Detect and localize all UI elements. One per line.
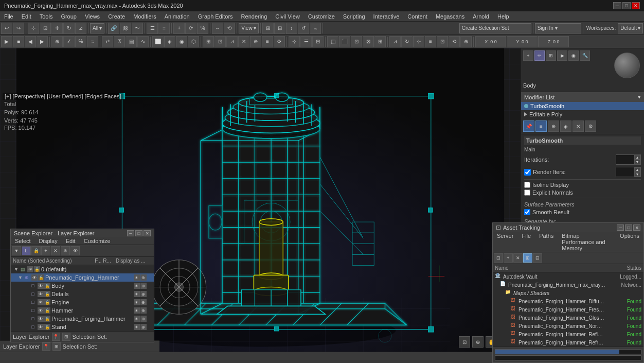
tb-btn-e[interactable]: ⟲: [224, 23, 235, 34]
create-selection-set[interactable]: Create Selection Set: [459, 23, 531, 33]
menu-item-civil-view[interactable]: Civil View: [271, 11, 303, 21]
tb-btn-a[interactable]: +: [173, 23, 185, 34]
at-btn1[interactable]: ⊡: [494, 253, 503, 263]
eye-icon-0[interactable]: 👁: [27, 266, 33, 272]
layer-manager-button[interactable]: ☰: [147, 23, 158, 34]
se-filter-btn[interactable]: ▼: [12, 246, 21, 255]
tb-btn-c[interactable]: %: [197, 23, 208, 34]
menu-item-animation[interactable]: Animation: [160, 11, 194, 21]
eye-icon-2[interactable]: 👁: [38, 283, 44, 289]
render-iters-up-btn[interactable]: ▲: [634, 167, 640, 172]
at-row-fresnel[interactable]: 🖼 Pneumatic_Forging_Hammer_Fresnel.png F…: [493, 305, 643, 314]
play-button[interactable]: ▶: [1, 36, 12, 47]
minimize-button[interactable]: ─: [613, 2, 621, 9]
at-btn5[interactable]: ⊟: [533, 253, 542, 263]
menu-item-tools[interactable]: Tools: [35, 11, 57, 21]
lock-icon-1[interactable]: 🔒: [38, 274, 44, 281]
menu-item-help[interactable]: Help: [493, 11, 513, 21]
menu-item-rendering[interactable]: Rendering: [237, 11, 272, 21]
at-menu-paths[interactable]: Paths: [535, 232, 558, 252]
redo-button[interactable]: ↪: [13, 23, 24, 34]
lock-icon-7[interactable]: 🔒: [44, 324, 50, 330]
make-unique-btn[interactable]: ◈: [560, 120, 571, 132]
t2-btn-p[interactable]: ⊿: [389, 36, 401, 47]
render-iters-checkbox[interactable]: [524, 169, 531, 176]
t2-btn-b[interactable]: ⊡: [214, 36, 226, 47]
mirror-button[interactable]: ⇄: [102, 36, 113, 47]
show-end-result-btn[interactable]: ⊕: [548, 120, 559, 132]
t2-btn-e[interactable]: ⊕: [250, 36, 261, 47]
ribbon-button[interactable]: ≡: [158, 23, 170, 34]
t2-btn-a[interactable]: ⊞: [203, 36, 214, 47]
at-menu-file[interactable]: File: [517, 232, 535, 252]
lock-icon-0[interactable]: 🔒: [34, 266, 40, 272]
se-hide-btn[interactable]: 👁: [70, 246, 80, 255]
render-iters-down-btn[interactable]: ▼: [634, 172, 640, 177]
se-row-6[interactable]: □ 👁 🔒 Pneumatic_Forging_Hammer ✶ ⊕: [11, 315, 154, 323]
at-menu-server[interactable]: Server: [493, 232, 517, 252]
t2-btn-c[interactable]: ⊿: [226, 36, 238, 47]
t2-btn-o[interactable]: ⊞: [374, 36, 386, 47]
eye-icon-5[interactable]: 👁: [38, 307, 44, 314]
t2-btn-k[interactable]: ⬚: [327, 36, 338, 47]
menu-item-arnold[interactable]: Arnold: [469, 11, 493, 21]
se-row-0[interactable]: ▼ ▤ 👁 🔒 0 (default): [11, 265, 154, 273]
ss-btn2[interactable]: ⊞: [52, 342, 61, 351]
t2-btn-f[interactable]: ≡: [262, 36, 273, 47]
se-row-3[interactable]: □ 👁 🔒 Details ✶ ⊕: [11, 290, 154, 298]
se-minimize-btn[interactable]: ─: [127, 230, 134, 236]
menu-item-file[interactable]: File: [0, 11, 17, 21]
t2-btn-n[interactable]: ⊠: [363, 36, 374, 47]
iterations-up-btn[interactable]: ▲: [634, 155, 640, 160]
motion-btn[interactable]: ▶: [557, 50, 567, 61]
zoom-btn[interactable]: ⊕: [472, 336, 484, 348]
eye-icon-4[interactable]: 👁: [38, 299, 44, 305]
layer-explorer-btn[interactable]: ▤: [126, 36, 137, 47]
iterations-down-btn[interactable]: ▼: [634, 160, 640, 164]
t2-btn-j[interactable]: ⊟: [312, 36, 324, 47]
menu-item-customize[interactable]: Customize: [304, 11, 339, 21]
menu-item-views[interactable]: Views: [81, 11, 104, 21]
se-row-2[interactable]: □ 👁 🔒 Body ✶ ⊕: [11, 282, 154, 290]
menu-item-group[interactable]: Group: [57, 11, 81, 21]
se-menu-edit[interactable]: Edit: [62, 237, 80, 245]
render-iters-spinner[interactable]: 2 ▲ ▼: [616, 167, 641, 177]
configure-modifier-btn[interactable]: ⚙: [585, 120, 596, 132]
se-local-btn[interactable]: L: [22, 246, 31, 255]
se-row-4[interactable]: □ 👁 🔒 Engine ✶ ⊕: [11, 298, 154, 306]
utilities-btn[interactable]: 🔧: [580, 50, 590, 61]
at-row-max[interactable]: 📄 Pneumatic_Forging_Hammer_max_vray.max …: [493, 281, 643, 289]
at-row-diffuse[interactable]: 🖼 Pneumatic_Forging_Hammer_Diffuse.png F…: [493, 297, 643, 305]
se-menu-select[interactable]: Select: [11, 237, 35, 245]
se-menu-customize[interactable]: Customize: [80, 237, 115, 245]
t2-btn-m[interactable]: ⊡: [351, 36, 362, 47]
se-restore-btn[interactable]: □: [135, 230, 142, 236]
unlink-button[interactable]: ⛓: [120, 23, 131, 34]
se-menu-display[interactable]: Display: [35, 237, 62, 245]
menu-item-scripting[interactable]: Scripting: [339, 11, 369, 21]
tb-btn-f2[interactable]: ⊟: [274, 23, 285, 34]
hierarchy-btn[interactable]: ⊞: [546, 50, 556, 61]
at-menu-bitmap[interactable]: Bitmap Performance and Memory: [558, 232, 616, 252]
angle-snap[interactable]: ∠: [63, 36, 75, 47]
undo-button[interactable]: ↩: [1, 23, 12, 34]
maximize-button[interactable]: □: [622, 2, 631, 9]
se-row-7[interactable]: □ 👁 🔒 Stand ✶ ⊕: [11, 323, 154, 331]
active-modifier-btn[interactable]: ≡: [535, 120, 547, 132]
isoline-checkbox[interactable]: [524, 182, 530, 188]
render-setup-btn[interactable]: ⬜: [152, 36, 164, 47]
se-close-btn[interactable]: ✕: [144, 230, 151, 236]
se-row-1[interactable]: ▼ ⊕ 👁 🔒 Pneumatic_Forging_Hammer ✶ ⊕: [11, 273, 154, 282]
remove-modifier-btn[interactable]: ✕: [573, 120, 584, 132]
explicit-normals-checkbox[interactable]: [524, 189, 530, 196]
modifier-turbosmooth[interactable]: TurboSmooth: [521, 102, 644, 110]
tb-btn-f1[interactable]: ⊞: [262, 23, 274, 34]
menu-item-interactive[interactable]: Interactive: [369, 11, 404, 21]
modify-panel-btn[interactable]: ✏: [534, 50, 545, 61]
lock-icon-4[interactable]: 🔒: [44, 299, 50, 305]
close-button[interactable]: ✕: [632, 2, 640, 9]
t2-btn-s[interactable]: ≡: [425, 36, 436, 47]
at-row-folder[interactable]: 📁 Maps / Shaders: [493, 289, 643, 297]
mat-editor-btn[interactable]: ⬡: [188, 36, 199, 47]
snap-toggle[interactable]: ⊕: [51, 36, 63, 47]
